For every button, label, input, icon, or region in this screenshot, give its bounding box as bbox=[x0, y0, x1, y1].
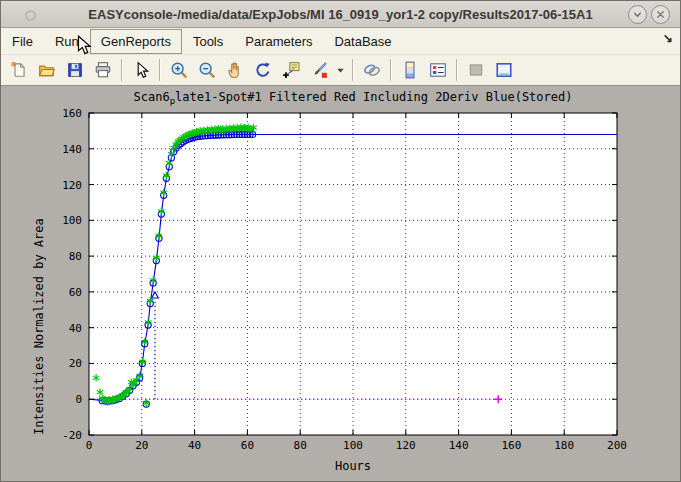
toolbar-separator bbox=[456, 59, 458, 81]
y-tick-label: 0 bbox=[75, 393, 82, 406]
x-tick-label: 100 bbox=[343, 439, 363, 452]
figure-area: 020406080100120140160180200-200204060801… bbox=[1, 86, 680, 481]
menu-tools[interactable]: Tools bbox=[182, 29, 234, 54]
window-close-button[interactable] bbox=[651, 5, 670, 24]
y-tick-label: 100 bbox=[62, 214, 82, 227]
print-button[interactable] bbox=[89, 56, 117, 84]
menu-bar: File Run GenReports Tools Parameters Dat… bbox=[1, 28, 680, 55]
save-file-icon bbox=[66, 61, 84, 79]
open-file-icon bbox=[38, 61, 56, 79]
title-bar: EASYconsole-/media/data/ExpJobs/MI 16_09… bbox=[1, 1, 680, 28]
pan-button[interactable] bbox=[221, 56, 249, 84]
pan-icon bbox=[226, 61, 244, 79]
menu-parameters[interactable]: Parameters bbox=[234, 29, 323, 54]
zoom-out-button[interactable] bbox=[193, 56, 221, 84]
insert-legend-button[interactable] bbox=[424, 56, 452, 84]
x-tick-label: 80 bbox=[294, 439, 307, 452]
dock-figure-button[interactable] bbox=[490, 56, 518, 84]
y-tick-label: -20 bbox=[62, 429, 82, 442]
dock-arrow-icon[interactable]: ↘ bbox=[663, 31, 680, 51]
window-shade-button[interactable] bbox=[628, 5, 647, 24]
rotate-3d-button[interactable] bbox=[249, 56, 277, 84]
y-axis-label: Intensities Normalized by Area bbox=[32, 113, 46, 435]
colorbar-icon bbox=[401, 61, 419, 79]
x-tick-label: 160 bbox=[501, 439, 521, 452]
colorbar-button[interactable] bbox=[396, 56, 424, 84]
link-plots-button[interactable] bbox=[358, 56, 386, 84]
brush-icon bbox=[310, 61, 328, 79]
pointer-button[interactable] bbox=[127, 56, 155, 84]
open-file-button[interactable] bbox=[33, 56, 61, 84]
x-tick-label: 60 bbox=[241, 439, 254, 452]
x-tick-label: 20 bbox=[135, 439, 148, 452]
plot-title: Scan6plate1-Spot#1 Filtered Red Includin… bbox=[89, 90, 617, 106]
brush-button[interactable] bbox=[305, 56, 333, 84]
print-icon bbox=[94, 61, 112, 79]
x-tick-label: 120 bbox=[396, 439, 416, 452]
toolbar-separator bbox=[159, 59, 161, 81]
chevron-down-icon bbox=[631, 8, 644, 21]
toolbar-separator bbox=[390, 59, 392, 81]
y-tick-label: 80 bbox=[69, 250, 82, 263]
dock-figure-icon bbox=[495, 61, 513, 79]
y-tick-label: 160 bbox=[62, 107, 82, 120]
x-tick-label: 180 bbox=[554, 439, 574, 452]
window-title: EASYconsole-/media/data/ExpJobs/MI 16_09… bbox=[88, 7, 592, 22]
zoom-out-icon bbox=[198, 61, 216, 79]
window-menu-icon bbox=[25, 10, 36, 21]
new-file-icon bbox=[10, 61, 28, 79]
close-icon bbox=[655, 9, 666, 20]
zoom-in-button[interactable] bbox=[165, 56, 193, 84]
x-tick-label: 40 bbox=[188, 439, 201, 452]
menu-database[interactable]: DataBase bbox=[323, 29, 402, 54]
brush-menu-icon bbox=[336, 61, 345, 79]
toolbar bbox=[1, 55, 680, 86]
toolbar-separator bbox=[121, 59, 123, 81]
link-plots-icon bbox=[363, 61, 381, 79]
y-tick-label: 20 bbox=[69, 357, 82, 370]
menu-file[interactable]: File bbox=[1, 29, 44, 54]
save-file-button[interactable] bbox=[61, 56, 89, 84]
y-tick-label: 60 bbox=[69, 286, 82, 299]
menu-genreports[interactable]: GenReports bbox=[90, 29, 182, 54]
pointer-icon bbox=[132, 61, 150, 79]
y-tick-label: 140 bbox=[62, 143, 82, 156]
data-cursor-button[interactable] bbox=[277, 56, 305, 84]
rotate-3d-icon bbox=[254, 61, 272, 79]
x-axis-label: Hours bbox=[89, 459, 617, 473]
x-tick-label: 0 bbox=[86, 439, 93, 452]
new-file-button[interactable] bbox=[5, 56, 33, 84]
x-tick-label: 200 bbox=[607, 439, 627, 452]
toolbar-separator bbox=[352, 59, 354, 81]
brush-menu-button[interactable] bbox=[333, 56, 348, 84]
menu-run[interactable]: Run bbox=[44, 29, 90, 54]
y-tick-label: 120 bbox=[62, 179, 82, 192]
hide-plot-tools-button[interactable] bbox=[462, 56, 490, 84]
x-tick-label: 140 bbox=[449, 439, 469, 452]
zoom-in-icon bbox=[170, 61, 188, 79]
hide-plot-tools-icon bbox=[467, 61, 485, 79]
chart-canvas: 020406080100120140160180200-200204060801… bbox=[1, 86, 680, 482]
insert-legend-icon bbox=[429, 61, 447, 79]
app-window: EASYconsole-/media/data/ExpJobs/MI 16_09… bbox=[0, 0, 681, 482]
y-tick-label: 40 bbox=[69, 322, 82, 335]
data-cursor-icon bbox=[282, 61, 300, 79]
